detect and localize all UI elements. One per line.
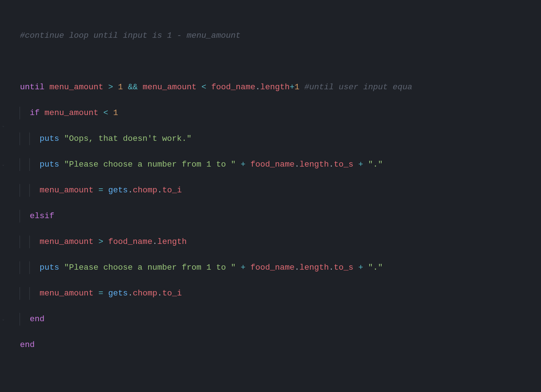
operator: + xyxy=(241,263,246,272)
property: length xyxy=(300,160,329,169)
identifier: food_name xyxy=(251,160,295,169)
code-line[interactable]: puts "Please choose a number from 1 to "… xyxy=(20,261,541,274)
fold-marker[interactable]: ⌄ xyxy=(0,313,7,326)
method: to_s xyxy=(334,263,353,272)
keyword-elsif: elsif xyxy=(30,211,54,221)
method: to_s xyxy=(334,160,353,169)
code-line[interactable]: until menu_amount > 1 && menu_amount < f… xyxy=(20,81,541,94)
keyword-puts: puts xyxy=(40,160,59,169)
string-literal: "Please choose a number from 1 to " xyxy=(64,160,236,169)
string-literal: "Oops, that doesn't work." xyxy=(64,134,192,143)
keyword-end: end xyxy=(20,340,35,350)
method: chomp xyxy=(133,289,158,298)
code-line[interactable]: menu_amount = gets.chomp.to_i xyxy=(20,184,541,197)
identifier: menu_amount xyxy=(49,82,103,92)
code-line[interactable]: #continue loop until input is 1 - menu_a… xyxy=(20,29,541,42)
comment-text: #until user input equa xyxy=(304,82,412,92)
string-literal: "." xyxy=(368,160,383,169)
code-line[interactable]: end xyxy=(20,313,541,326)
property: length xyxy=(157,237,187,246)
code-line[interactable]: menu_amount = gets.chomp.to_i xyxy=(20,287,541,300)
keyword-end: end xyxy=(30,314,45,324)
code-line[interactable]: end xyxy=(20,339,541,352)
operator: < xyxy=(202,82,207,92)
number-literal: 1 xyxy=(118,82,123,92)
keyword-puts: puts xyxy=(40,134,59,143)
code-editor[interactable]: ⌄ ⌄ ⌄ ⌄ ⌄ #continue loop until input is … xyxy=(0,0,541,392)
operator: + xyxy=(358,160,363,169)
comment-text: #continue loop until input is 1 - menu_a… xyxy=(20,31,241,40)
operator: > xyxy=(108,82,113,92)
code-line[interactable]: menu_amount > food_name.length xyxy=(20,236,541,249)
operator: && xyxy=(128,82,138,92)
code-line[interactable]: puts "Oops, that doesn't work." xyxy=(20,132,541,146)
code-line[interactable]: elsif xyxy=(20,210,541,223)
code-line[interactable]: puts "Please choose a number from 1 to "… xyxy=(20,158,541,171)
string-literal: "Please choose a number from 1 to " xyxy=(64,263,236,272)
identifier: menu_amount xyxy=(45,108,99,118)
string-literal: "." xyxy=(368,263,383,272)
operator: > xyxy=(98,237,103,246)
operator: = xyxy=(98,289,103,298)
operator: + xyxy=(358,263,363,272)
identifier: food_name xyxy=(251,263,295,272)
identifier: menu_amount xyxy=(40,289,94,298)
operator: + xyxy=(290,82,295,92)
method: to_i xyxy=(162,289,182,298)
method: gets xyxy=(108,289,128,298)
method: gets xyxy=(108,185,128,195)
identifier: menu_amount xyxy=(143,82,197,92)
method: to_i xyxy=(162,185,182,195)
code-area[interactable]: #continue loop until input is 1 - menu_a… xyxy=(7,16,541,392)
property: length xyxy=(260,82,290,92)
keyword-until: until xyxy=(20,82,45,92)
code-line[interactable] xyxy=(20,364,541,377)
operator: + xyxy=(241,160,246,169)
operator: = xyxy=(98,185,103,195)
identifier: food_name xyxy=(108,237,152,246)
number-literal: 1 xyxy=(294,82,300,92)
keyword-if: if xyxy=(30,108,40,118)
method: chomp xyxy=(133,185,158,195)
code-line[interactable]: if menu_amount < 1 xyxy=(20,107,541,120)
code-line[interactable] xyxy=(20,55,541,68)
fold-marker[interactable]: ⌄ xyxy=(0,119,7,132)
identifier: menu_amount xyxy=(40,185,94,195)
identifier: menu_amount xyxy=(40,237,94,246)
property: length xyxy=(300,263,329,272)
identifier: food_name xyxy=(211,82,256,92)
code-line[interactable] xyxy=(20,390,541,392)
fold-gutter: ⌄ ⌄ ⌄ ⌄ ⌄ xyxy=(0,16,7,392)
operator: < xyxy=(103,108,109,118)
number-literal: 1 xyxy=(113,108,118,118)
fold-marker[interactable]: ⌄ xyxy=(0,158,7,171)
keyword-puts: puts xyxy=(40,263,59,272)
